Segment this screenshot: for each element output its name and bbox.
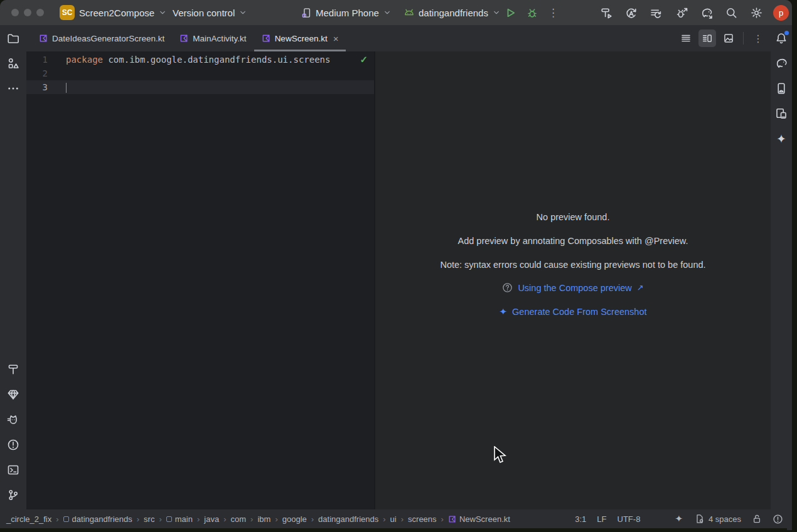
line-number[interactable]: 3 <box>26 82 48 92</box>
app-quality-insights-icon <box>7 388 19 401</box>
project-tool-window-button[interactable] <box>3 28 24 49</box>
breadcrumb-item[interactable]: com <box>231 514 247 524</box>
logcat-tool-window-button[interactable] <box>3 409 24 430</box>
kotlin-file-icon <box>262 34 270 43</box>
apply-changes-button[interactable] <box>623 4 639 21</box>
line-number[interactable]: 2 <box>26 68 48 78</box>
gemini-status-icon[interactable]: ✦ <box>675 513 683 524</box>
tab-dateideasgeneratorscreen[interactable]: DateIdeasGeneratorScreen.kt <box>31 25 172 51</box>
version-control-menu[interactable]: Version control <box>173 0 247 25</box>
breadcrumb-chevron-icon: › <box>56 514 58 524</box>
terminal-tool-window-button[interactable] <box>3 459 24 481</box>
breadcrumb-label: _circle_2_fix <box>6 514 51 524</box>
code-view-button[interactable] <box>677 29 695 47</box>
split-view-button[interactable] <box>698 29 716 47</box>
encoding-widget[interactable]: UTF-8 <box>618 514 641 524</box>
build-tool-window-button[interactable] <box>3 359 24 380</box>
editor-line-2[interactable]: 2 <box>26 66 374 80</box>
breadcrumb-chevron-icon: › <box>311 514 314 524</box>
generate-code-row: ✦ Generate Code From Screenshot <box>375 306 771 317</box>
problems-status-widget[interactable] <box>773 514 783 524</box>
readonly-toggle[interactable] <box>752 514 762 524</box>
gradle-sync-button[interactable] <box>698 4 715 21</box>
code-text <box>48 82 67 93</box>
structure-tool-window-button[interactable] <box>3 53 24 74</box>
compose-preview-docs-link[interactable]: Using the Compose preview <box>518 283 631 293</box>
breadcrumb-item[interactable]: screens <box>408 514 437 524</box>
breadcrumb-item[interactable]: _circle_2_fix <box>6 514 51 524</box>
cursor-position-widget[interactable]: 3:1 <box>575 514 586 524</box>
breadcrumb-item[interactable]: NewScreen.kt <box>448 514 510 524</box>
debug-icon <box>527 8 538 19</box>
gemini-icon: ✦ <box>776 132 786 146</box>
breadcrumb-label: NewScreen.kt <box>459 514 510 524</box>
more-vertical-icon: ⋮ <box>548 6 559 19</box>
search-everywhere-button[interactable] <box>723 4 740 21</box>
user-avatar[interactable]: p <box>773 5 789 21</box>
more-tool-windows-icon <box>7 82 19 95</box>
gemini-sparkle-icon: ✦ <box>500 306 508 317</box>
window-zoom-button[interactable] <box>36 9 44 16</box>
notifications-button[interactable] <box>771 28 792 49</box>
mouse-cursor <box>493 446 507 465</box>
editor-line-3[interactable]: 3 <box>26 80 374 94</box>
run-configuration-selector[interactable]: datingandfriends <box>404 0 501 25</box>
debug-button[interactable] <box>523 4 540 21</box>
profiler-button[interactable] <box>673 4 690 21</box>
design-view-icon <box>723 33 734 44</box>
project-selector[interactable]: Screen2Compose <box>79 0 167 25</box>
breadcrumb-item[interactable]: ui <box>390 514 397 524</box>
running-devices-icon <box>775 107 788 120</box>
help-icon[interactable] <box>502 282 513 293</box>
version-control-tool-window-button[interactable] <box>3 484 24 506</box>
breadcrumb-item[interactable]: java <box>204 514 219 524</box>
window-close-button[interactable] <box>11 9 19 16</box>
structure-icon <box>7 57 19 70</box>
line-separator-widget[interactable]: LF <box>597 514 606 524</box>
breadcrumb-label: com <box>231 514 247 524</box>
device-selector[interactable]: Medium Phone <box>301 0 392 25</box>
breadcrumb-label: screens <box>408 514 437 524</box>
generate-code-link[interactable]: Generate Code From Screenshot <box>512 307 646 317</box>
run-button[interactable] <box>502 4 519 21</box>
tab-mainactivity[interactable]: MainActivity.kt <box>172 25 254 51</box>
apply-code-changes-button[interactable] <box>647 4 664 21</box>
version-control-icon <box>7 489 19 501</box>
gemini-tool-window-button[interactable]: ✦ <box>771 128 792 149</box>
settings-button[interactable] <box>748 4 765 21</box>
more-tool-windows-button[interactable] <box>3 78 24 99</box>
editor-tab-bar: DateIdeasGeneratorScreen.kt MainActivity… <box>26 25 771 51</box>
code-keyword: package <box>66 55 103 65</box>
breadcrumb-item[interactable]: google <box>282 514 307 524</box>
breadcrumb-item[interactable]: datingandfriends <box>63 514 132 524</box>
chevron-down-icon <box>158 8 167 17</box>
breadcrumb-item[interactable]: main <box>166 514 193 524</box>
search-icon <box>725 7 737 19</box>
editor-more-options-button[interactable]: ⋮ <box>749 29 767 47</box>
breadcrumb-item[interactable]: ibm <box>257 514 270 524</box>
build-run-configuration-button[interactable] <box>597 4 614 21</box>
breadcrumb-item[interactable]: src <box>144 514 154 524</box>
tab-newscreen[interactable]: NewScreen.kt × <box>254 25 346 51</box>
window-minimize-button[interactable] <box>24 9 31 16</box>
problems-tool-window-button[interactable] <box>3 434 24 455</box>
running-devices-button[interactable] <box>771 103 792 124</box>
indent-label: 4 spaces <box>709 514 741 524</box>
inspection-status-icon[interactable]: ✓ <box>360 54 368 65</box>
code-text: com.ibm.google.datingandfriends.ui.scree… <box>103 55 330 65</box>
gradle-tool-window-button[interactable] <box>771 53 792 74</box>
breadcrumb-item[interactable]: datingandfriends <box>318 514 378 524</box>
editor-line-1[interactable]: 1 package com.ibm.google.datingandfriend… <box>26 53 374 66</box>
chevron-down-icon <box>238 8 247 17</box>
status-bar: _circle_2_fix › datingandfriends › src ›… <box>0 509 792 528</box>
device-phone-icon <box>301 8 312 18</box>
line-number[interactable]: 1 <box>26 55 48 65</box>
status-bar-widgets: 3:1 LF UTF-8 ✦ 4 spaces <box>575 513 783 524</box>
app-quality-insights-button[interactable] <box>3 384 24 405</box>
device-manager-button[interactable] <box>771 78 792 99</box>
more-actions-button[interactable]: ⋮ <box>545 4 562 21</box>
design-view-button[interactable] <box>720 29 737 47</box>
indent-widget[interactable]: 4 spaces <box>695 514 741 524</box>
code-editor[interactable]: 1 package com.ibm.google.datingandfriend… <box>26 51 374 509</box>
close-tab-icon[interactable]: × <box>333 33 339 44</box>
